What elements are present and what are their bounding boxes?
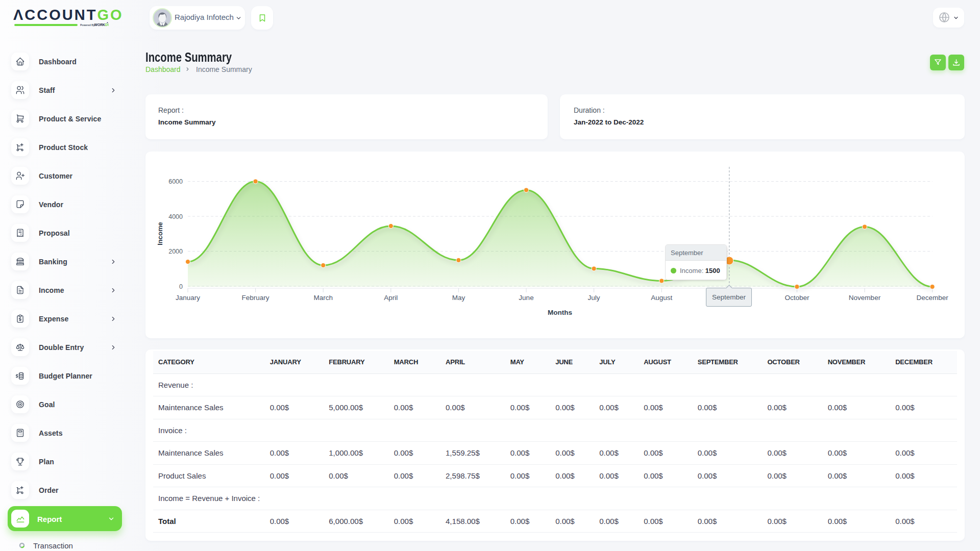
svg-text:August: August (651, 294, 672, 302)
svg-text:0: 0 (179, 283, 183, 290)
svg-text:May: May (452, 294, 465, 302)
svg-text:2000: 2000 (168, 248, 183, 255)
svg-text:4000: 4000 (168, 213, 183, 220)
svg-text:November: November (849, 294, 881, 302)
svg-text:February: February (242, 294, 270, 302)
svg-text:Months: Months (548, 309, 572, 316)
svg-text:January: January (176, 294, 200, 302)
svg-text:December: December (916, 294, 948, 302)
svg-text:Income: Income (156, 222, 164, 245)
svg-text:October: October (785, 294, 810, 302)
svg-text:6000: 6000 (168, 178, 183, 185)
svg-text:April: April (384, 294, 398, 302)
svg-text:July: July (588, 294, 600, 302)
svg-text:WORKDO: WORKDO (94, 23, 109, 27)
svg-text:March: March (313, 294, 333, 302)
svg-text:Powered By: Powered By (80, 23, 95, 27)
svg-text:June: June (519, 294, 533, 302)
